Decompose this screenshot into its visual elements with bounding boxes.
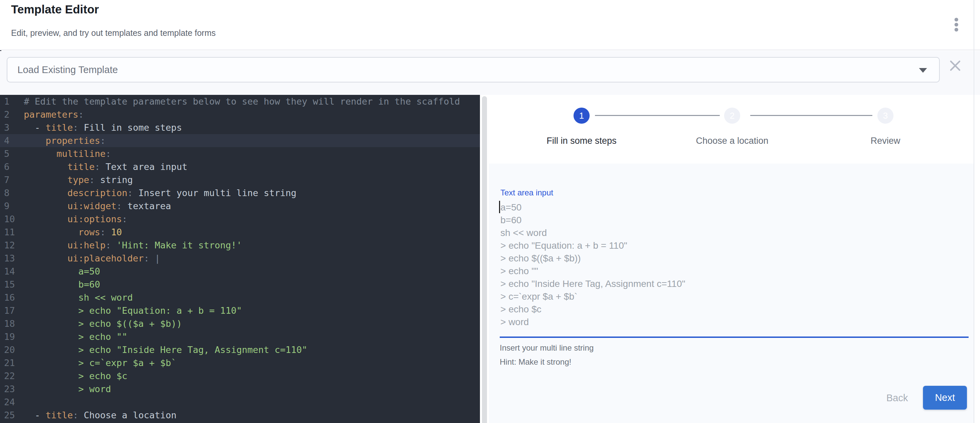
line-number: 16 (0, 291, 24, 304)
field-help-hint: Hint: Make it strong! (500, 357, 571, 367)
code-line[interactable]: 21 > c=`expr $a + $b` (0, 356, 480, 369)
code-text: > echo "Inside Here Tag, Assignment c=11… (24, 343, 480, 356)
code-text: ui:help: 'Hint: Make it strong!' (24, 239, 480, 252)
code-line[interactable]: 8 description: Insert your multi line st… (0, 186, 480, 200)
code-line[interactable]: 23 > word (0, 382, 480, 396)
stepper-step-2-circle[interactable]: 2 (724, 108, 740, 124)
code-text (24, 396, 480, 409)
code-line[interactable]: 13 ui:placeholder: | (0, 252, 480, 265)
code-text: type: string (24, 173, 480, 186)
line-number: 20 (0, 343, 24, 356)
chevron-down-icon (919, 68, 927, 73)
code-text: description: Insert your multi line stri… (24, 186, 480, 200)
code-line[interactable]: 11 rows: 10 (0, 226, 480, 239)
code-line[interactable]: 25 - title: Choose a location (0, 409, 480, 421)
next-button[interactable]: Next (923, 386, 967, 410)
line-number: 8 (0, 186, 24, 200)
stepper-step-3-circle[interactable]: 3 (877, 108, 894, 124)
line-number: 18 (0, 317, 24, 330)
code-line[interactable]: 9 ui:widget: textarea (0, 200, 480, 212)
load-template-select-value: Load Existing Template (18, 58, 118, 82)
code-line[interactable]: 15 b=60 (0, 278, 480, 291)
line-number: 2 (0, 108, 24, 121)
code-text: title: Text area input (24, 160, 480, 173)
code-text: parameters: (24, 108, 480, 121)
code-text: > echo $(($a + $b)) (24, 317, 480, 330)
code-line[interactable]: 12 ui:help: 'Hint: Make it strong!' (0, 239, 480, 252)
close-icon (948, 58, 963, 73)
code-text: # Edit the template parameters below to … (24, 95, 480, 108)
line-number: 24 (0, 396, 24, 409)
code-text: ui:placeholder: | (24, 252, 480, 265)
code-line[interactable]: 6 title: Text area input (0, 160, 480, 173)
page-header: Template Editor Edit, preview, and try o… (0, 0, 980, 50)
code-text: - title: Choose a location (24, 409, 480, 421)
clear-template-button[interactable] (948, 58, 963, 73)
line-number: 13 (0, 252, 24, 265)
pane-divider[interactable] (482, 96, 487, 423)
stepper-step-3-label: Review (871, 136, 900, 146)
stepper-step-1-circle[interactable]: 1 (574, 108, 590, 124)
line-number: 19 (0, 330, 24, 343)
code-text: b=60 (24, 278, 480, 291)
code-line[interactable]: 14 a=50 (0, 265, 480, 278)
code-text: > word (24, 382, 480, 396)
line-number: 11 (0, 226, 24, 239)
field-description: Insert your multi line string (500, 343, 593, 353)
line-number: 9 (0, 200, 24, 212)
window-right-edge (974, 0, 974, 423)
line-number: 23 (0, 382, 24, 396)
line-number: 5 (0, 147, 24, 160)
code-line[interactable]: 22 > echo $c (0, 369, 480, 382)
code-line[interactable]: 19 > echo "" (0, 330, 480, 343)
code-line[interactable]: 18 > echo $(($a + $b)) (0, 317, 480, 330)
code-line[interactable]: 4 properties: (0, 134, 480, 147)
line-number: 12 (0, 239, 24, 252)
line-number: 4 (0, 134, 24, 147)
stepper-step-2-label: Choose a location (696, 136, 768, 146)
code-text: properties: (24, 134, 480, 147)
line-number: 22 (0, 369, 24, 382)
back-button[interactable]: Back (879, 388, 916, 407)
code-text: a=50 (24, 265, 480, 278)
line-number: 10 (0, 212, 24, 226)
line-number: 15 (0, 278, 24, 291)
code-text: multiline: (24, 147, 480, 160)
line-number: 1 (0, 95, 24, 108)
code-line[interactable]: 5 multiline: (0, 147, 480, 160)
code-text: rows: 10 (24, 226, 480, 239)
yaml-code-editor[interactable]: 1# Edit the template parameters below to… (0, 95, 480, 423)
line-number: 17 (0, 304, 24, 317)
code-line[interactable]: 7 type: string (0, 173, 480, 186)
kebab-menu-icon (955, 18, 958, 32)
line-number: 21 (0, 356, 24, 369)
template-preview-panel: 1 2 3 Fill in some steps Choose a locati… (489, 95, 974, 423)
code-line[interactable]: 24 (0, 396, 480, 409)
code-text: > echo "Equation: a + b = 110" (24, 304, 480, 317)
code-text: ui:widget: textarea (24, 200, 480, 212)
textarea-field-label: Text area input (500, 188, 553, 197)
code-line[interactable]: 17 > echo "Equation: a + b = 110" (0, 304, 480, 317)
code-text: ui:options: (24, 212, 480, 226)
template-editor-page: Template Editor Edit, preview, and try o… (0, 0, 980, 423)
code-line[interactable]: 20 > echo "Inside Here Tag, Assignment c… (0, 343, 480, 356)
code-line[interactable]: 16 sh << word (0, 291, 480, 304)
code-line[interactable]: 1# Edit the template parameters below to… (0, 95, 480, 108)
code-line[interactable]: 10 ui:options: (0, 212, 480, 226)
load-template-select[interactable]: Load Existing Template (7, 57, 940, 82)
stepper-step-1-label: Fill in some steps (547, 136, 617, 146)
page-subtitle: Edit, preview, and try out templates and… (11, 28, 216, 38)
code-line[interactable]: 3 - title: Fill in some steps (0, 121, 480, 134)
code-line[interactable]: 2parameters: (0, 108, 480, 121)
code-text: > c=`expr $a + $b` (24, 356, 480, 369)
line-number: 14 (0, 265, 24, 278)
line-number: 7 (0, 173, 24, 186)
stepper-connector-1 (595, 115, 720, 116)
code-text: > echo "" (24, 330, 480, 343)
code-lines: 1# Edit the template parameters below to… (0, 95, 480, 421)
code-text: - title: Fill in some steps (24, 121, 480, 134)
code-text: sh << word (24, 291, 480, 304)
stepper-connector-2 (750, 115, 872, 116)
more-options-button[interactable] (947, 13, 965, 35)
multiline-textarea-input[interactable]: a=50 b=60 sh << word > echo "Equation: a… (500, 201, 969, 334)
